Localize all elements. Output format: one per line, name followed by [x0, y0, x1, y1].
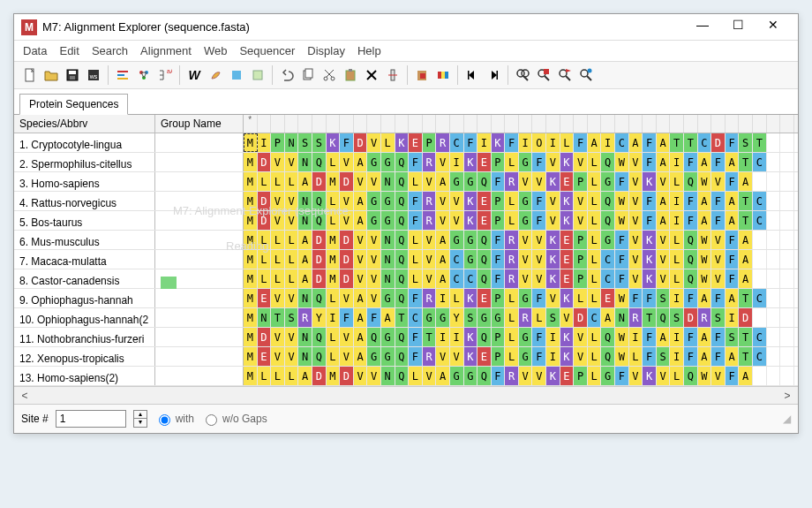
- struct-icon[interactable]: [133, 64, 154, 86]
- ruler-cell[interactable]: [698, 115, 712, 133]
- find-icon[interactable]: [512, 64, 533, 86]
- residue-cell[interactable]: V: [367, 133, 381, 152]
- undo-icon[interactable]: [276, 64, 297, 86]
- residue-cell[interactable]: R: [698, 308, 712, 327]
- residue-cell[interactable]: [767, 308, 781, 327]
- ruler-cell[interactable]: [601, 115, 615, 133]
- residue-cell[interactable]: F: [711, 192, 726, 210]
- residue-cell[interactable]: K: [546, 367, 560, 385]
- residue-cell[interactable]: D: [340, 250, 354, 269]
- residue-cell[interactable]: G: [367, 192, 381, 210]
- residue-cell[interactable]: E: [477, 211, 492, 230]
- residue-cell[interactable]: Q: [395, 211, 410, 230]
- residue-cell[interactable]: K: [327, 133, 341, 152]
- residue-cell[interactable]: G: [381, 192, 395, 210]
- residue-cell[interactable]: E: [258, 347, 272, 366]
- residue-cell[interactable]: [780, 172, 794, 191]
- residue-cell[interactable]: A: [739, 269, 753, 288]
- residue-cell[interactable]: V: [532, 269, 546, 288]
- site-input[interactable]: [56, 410, 126, 428]
- residue-cell[interactable]: L: [505, 328, 519, 346]
- residue-cell[interactable]: G: [367, 347, 381, 366]
- residue-cell[interactable]: E: [560, 250, 575, 269]
- residue-cell[interactable]: A: [601, 308, 615, 327]
- mark-red-icon[interactable]: [533, 64, 554, 86]
- ruler-cell[interactable]: [560, 115, 575, 133]
- residue-cell[interactable]: Q: [312, 289, 327, 307]
- residue-cell[interactable]: V: [271, 153, 285, 171]
- species-cell[interactable]: 1. Cryptocotyle-lingua: [14, 133, 155, 152]
- residue-cell[interactable]: L: [574, 289, 588, 307]
- residue-cell[interactable]: E: [560, 231, 575, 249]
- residue-cell[interactable]: F: [643, 211, 657, 230]
- residue-cell[interactable]: W: [615, 153, 629, 171]
- residue-cell[interactable]: C: [601, 250, 615, 269]
- residue-cell[interactable]: V: [436, 211, 450, 230]
- residue-cell[interactable]: [753, 172, 767, 191]
- residue-cell[interactable]: Q: [657, 308, 671, 327]
- residue-cell[interactable]: S: [726, 328, 740, 346]
- residue-cell[interactable]: F: [532, 153, 546, 171]
- menu-help[interactable]: Help: [357, 44, 381, 57]
- residue-cell[interactable]: S: [670, 308, 684, 327]
- residue-cell[interactable]: [767, 231, 781, 249]
- residue-cell[interactable]: A: [298, 367, 312, 385]
- residue-cell[interactable]: V: [560, 308, 575, 327]
- residue-cell[interactable]: Q: [312, 328, 327, 346]
- residue-cell[interactable]: A: [298, 231, 312, 249]
- residue-cell[interactable]: M: [244, 211, 258, 230]
- residue-cell[interactable]: [753, 231, 767, 249]
- residue-cell[interactable]: L: [670, 231, 684, 249]
- residue-cell[interactable]: A: [657, 211, 671, 230]
- residue-cell[interactable]: L: [285, 269, 299, 288]
- residue-cell[interactable]: E: [560, 367, 575, 385]
- residue-cell[interactable]: G: [519, 153, 533, 171]
- residue-cell[interactable]: F: [492, 172, 506, 191]
- residue-cell[interactable]: A: [657, 153, 671, 171]
- residue-cell[interactable]: R: [436, 133, 450, 152]
- species-cell[interactable]: 4. Rattus-norvegicus: [14, 192, 155, 210]
- residue-cell[interactable]: C: [450, 269, 464, 288]
- residue-cell[interactable]: K: [395, 133, 410, 152]
- residue-cell[interactable]: [767, 153, 781, 171]
- residue-cell[interactable]: Q: [312, 347, 327, 366]
- ruler-cell[interactable]: [477, 115, 492, 133]
- residue-cell[interactable]: [780, 211, 794, 230]
- residue-cell[interactable]: Q: [395, 192, 410, 210]
- residue-cell[interactable]: T: [395, 308, 410, 327]
- residue-cell[interactable]: V: [436, 153, 450, 171]
- residue-cell[interactable]: E: [601, 289, 615, 307]
- residue-cell[interactable]: P: [492, 192, 506, 210]
- close-button[interactable]: ✕: [756, 16, 791, 39]
- residue-cell[interactable]: F: [492, 231, 506, 249]
- residue-cell[interactable]: M: [327, 172, 341, 191]
- residue-cell[interactable]: V: [354, 367, 368, 385]
- residue-cell[interactable]: G: [381, 328, 395, 346]
- residue-cell[interactable]: Q: [684, 250, 698, 269]
- residue-cell[interactable]: V: [519, 250, 533, 269]
- residue-cell[interactable]: F: [643, 192, 657, 210]
- residue-cell[interactable]: G: [367, 211, 381, 230]
- residue-cell[interactable]: Q: [601, 211, 615, 230]
- residue-cell[interactable]: N: [381, 231, 395, 249]
- residue-cell[interactable]: R: [423, 153, 437, 171]
- align-left-icon[interactable]: [112, 64, 133, 86]
- residue-cell[interactable]: R: [423, 347, 437, 366]
- residue-cell[interactable]: [780, 231, 794, 249]
- scroll-left-icon[interactable]: <: [18, 390, 32, 402]
- residue-cell[interactable]: F: [711, 211, 726, 230]
- residue-cell[interactable]: I: [670, 347, 684, 366]
- residue-cell[interactable]: V: [629, 367, 643, 385]
- residue-cell[interactable]: N: [285, 133, 299, 152]
- resize-grip-icon[interactable]: ◢: [783, 413, 791, 425]
- residue-cell[interactable]: [767, 328, 781, 346]
- residue-cell[interactable]: F: [643, 153, 657, 171]
- ruler-cell[interactable]: [354, 115, 368, 133]
- residue-cell[interactable]: Q: [477, 250, 492, 269]
- residue-cell[interactable]: V: [546, 289, 560, 307]
- residue-cell[interactable]: E: [258, 289, 272, 307]
- residue-cell[interactable]: L: [258, 250, 272, 269]
- residue-cell[interactable]: A: [726, 211, 740, 230]
- residue-cell[interactable]: V: [546, 192, 560, 210]
- residue-cell[interactable]: G: [477, 308, 492, 327]
